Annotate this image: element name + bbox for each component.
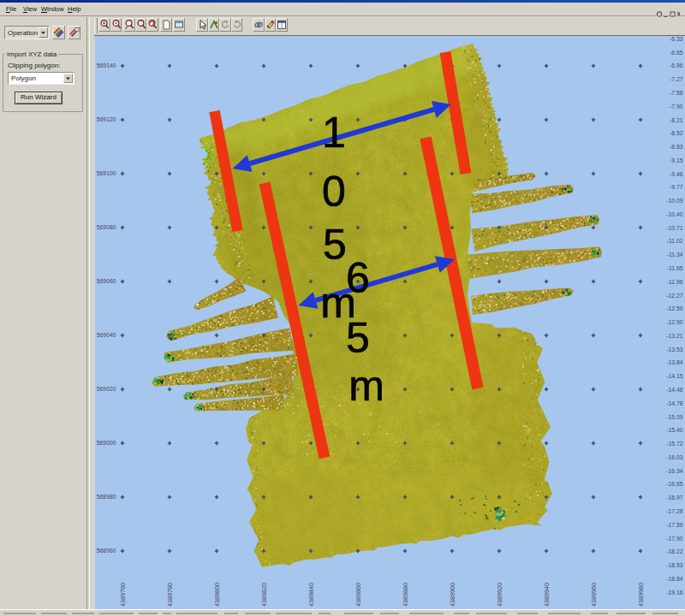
svg-text:4389860: 4389860 — [354, 583, 362, 607]
svg-text:6: 6 — [346, 254, 370, 302]
svg-text:-11.34: -11.34 — [667, 252, 683, 258]
svg-text:-16.97: -16.97 — [666, 495, 682, 500]
svg-text:-18.22: -18.22 — [666, 548, 682, 554]
svg-text:569000: 569000 — [97, 440, 116, 446]
svg-text:-16.65: -16.65 — [666, 481, 682, 487]
svg-text:-14.78: -14.78 — [666, 400, 682, 406]
svg-text:-9.46: -9.46 — [670, 171, 683, 177]
svg-text:4389820: 4389820 — [260, 583, 268, 607]
svg-text:-6.65: -6.65 — [670, 50, 683, 56]
svg-text:-16.34: -16.34 — [666, 468, 682, 474]
svg-text:569060: 569060 — [97, 278, 116, 284]
svg-text:4389900: 4389900 — [449, 583, 456, 607]
svg-text:4389780: 4389780 — [166, 583, 174, 607]
svg-text:569040: 569040 — [97, 332, 116, 338]
svg-text:-14.15: -14.15 — [666, 373, 682, 379]
svg-text:-9.15: -9.15 — [670, 157, 683, 163]
svg-text:-10.09: -10.09 — [666, 198, 682, 204]
svg-text:-18.84: -18.84 — [666, 576, 682, 582]
svg-text:-10.40: -10.40 — [666, 211, 682, 217]
svg-text:-11.65: -11.65 — [667, 265, 683, 271]
svg-text:-6.96: -6.96 — [670, 62, 683, 68]
svg-text:4389920: 4389920 — [496, 583, 503, 607]
svg-text:569100: 569100 — [97, 170, 116, 176]
svg-text:-15.09: -15.09 — [666, 414, 682, 420]
svg-text:-15.40: -15.40 — [666, 427, 682, 433]
svg-text:-17.90: -17.90 — [666, 536, 682, 542]
svg-text:-9.77: -9.77 — [670, 184, 683, 190]
svg-text:-10.71: -10.71 — [666, 225, 682, 231]
svg-text:569020: 569020 — [97, 386, 116, 392]
svg-text:-6.33: -6.33 — [670, 36, 683, 42]
svg-text:-7.90: -7.90 — [670, 104, 683, 110]
svg-text:-13.84: -13.84 — [666, 359, 682, 365]
svg-text:569140: 569140 — [97, 62, 116, 68]
svg-text:-13.53: -13.53 — [666, 346, 682, 352]
svg-text:-12.90: -12.90 — [666, 319, 682, 325]
svg-text:-16.03: -16.03 — [666, 454, 682, 460]
svg-text:-19.16: -19.16 — [666, 589, 682, 595]
svg-text:4389880: 4389880 — [402, 583, 409, 607]
svg-text:5: 5 — [323, 221, 347, 269]
svg-text:-18.53: -18.53 — [666, 562, 682, 568]
svg-text:-14.46: -14.46 — [666, 387, 682, 393]
svg-text:4389980: 4389980 — [637, 583, 645, 607]
svg-text:-8.83: -8.83 — [670, 144, 683, 150]
svg-text:5: 5 — [346, 314, 370, 362]
svg-text:568960: 568960 — [97, 548, 116, 554]
svg-text:-7.58: -7.58 — [670, 90, 683, 96]
svg-text:-17.28: -17.28 — [666, 508, 682, 514]
svg-text:-11.02: -11.02 — [667, 238, 683, 244]
svg-text:569080: 569080 — [97, 224, 116, 230]
svg-text:-13.21: -13.21 — [666, 333, 682, 339]
svg-text:-17.59: -17.59 — [666, 522, 682, 528]
svg-text:1: 1 — [322, 109, 346, 157]
svg-text:-11.96: -11.96 — [667, 279, 683, 285]
svg-text:m: m — [348, 362, 384, 410]
svg-text:-12.27: -12.27 — [666, 293, 682, 299]
svg-text:-8.21: -8.21 — [670, 117, 683, 123]
svg-text:-12.59: -12.59 — [666, 305, 682, 311]
svg-text:4389760: 4389760 — [119, 583, 127, 607]
svg-text:-7.27: -7.27 — [670, 76, 683, 82]
svg-text:0: 0 — [322, 168, 346, 216]
svg-text:568980: 568980 — [97, 494, 116, 500]
svg-text:-15.72: -15.72 — [666, 441, 682, 447]
svg-text:4389840: 4389840 — [307, 583, 315, 607]
svg-text:569120: 569120 — [97, 116, 116, 122]
svg-text:4389940: 4389940 — [543, 583, 551, 607]
svg-text:-8.52: -8.52 — [670, 130, 683, 136]
svg-text:4389960: 4389960 — [590, 583, 598, 607]
svg-text:4389800: 4389800 — [213, 583, 221, 607]
